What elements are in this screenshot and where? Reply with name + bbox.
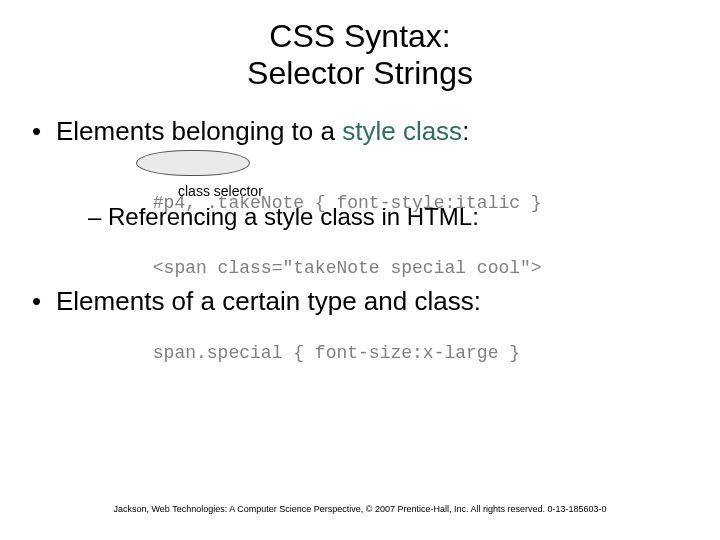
title-line-1: CSS Syntax:: [269, 18, 450, 54]
code-line-2: <span class="takeNote special cool">: [88, 238, 692, 266]
code-1-text: #p4, .takeNote { font-style:italic }: [153, 193, 542, 213]
code-2-text: <span class="takeNote special cool">: [153, 258, 542, 278]
bullet-1-prefix: Elements belonging to a: [56, 116, 342, 146]
bullet-1-styleclass: style class: [342, 116, 462, 146]
slide-title: CSS Syntax: Selector Strings: [0, 0, 720, 92]
title-line-2: Selector Strings: [247, 55, 473, 91]
slide-content: Elements belonging to a style class: #p4…: [0, 92, 720, 351]
slide-footer: Jackson, Web Technologies: A Computer Sc…: [0, 504, 720, 514]
code-3-text: span.special { font-size:x-large }: [153, 343, 520, 363]
class-selector-highlight-oval: [136, 150, 250, 176]
code-line-3: span.special { font-size:x-large }: [88, 323, 692, 351]
code-line-1: #p4, .takeNote { font-style:italic }: [88, 153, 692, 181]
bullet-style-class: Elements belonging to a style class:: [28, 116, 692, 147]
bullet-1-suffix: :: [462, 116, 469, 146]
slide: CSS Syntax: Selector Strings Elements be…: [0, 0, 720, 540]
bullet-type-and-class: Elements of a certain type and class:: [28, 286, 692, 317]
